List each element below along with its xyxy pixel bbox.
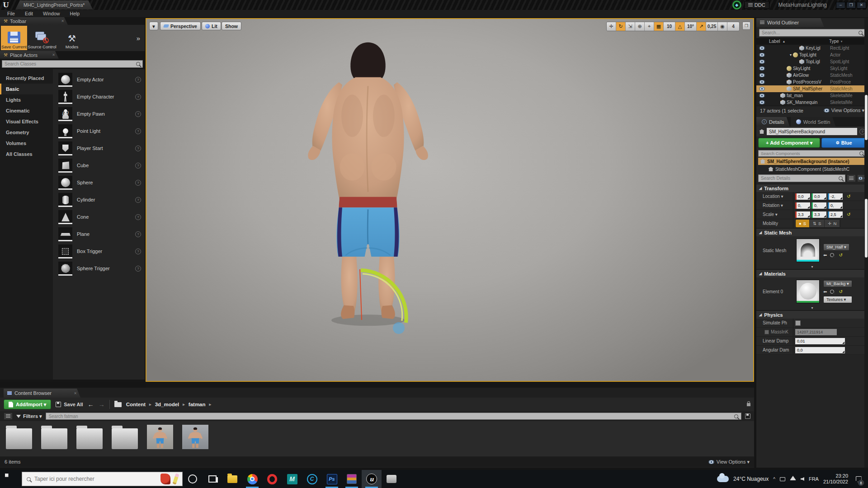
rotate-tool-icon[interactable]: ↻ xyxy=(616,22,626,31)
opera-icon[interactable] xyxy=(262,470,282,488)
materials-section-header[interactable]: ◢ Materials xyxy=(756,269,868,277)
component-instance-row[interactable]: SM_HalfSphereBackground (Instance) xyxy=(758,158,866,165)
physics-section-header[interactable]: ◢ Physics xyxy=(756,310,868,319)
category-lights[interactable]: Lights xyxy=(0,94,53,105)
scrollbar-thumb[interactable] xyxy=(865,95,868,140)
search-details-input[interactable] xyxy=(761,176,839,181)
category-volumes[interactable]: Volumes xyxy=(0,138,53,149)
toolbar-tab[interactable]: ⚒ Toolbar ✕ xyxy=(0,17,68,25)
search-components-input[interactable] xyxy=(761,151,859,156)
visibility-eye-icon[interactable] xyxy=(759,94,765,98)
z-value-field[interactable]: 0, xyxy=(828,202,843,209)
save-search-icon[interactable] xyxy=(745,413,750,419)
mobility-stationary[interactable]: ⇅ S xyxy=(810,220,825,227)
material-asset-dropdown[interactable]: MI_Backg ▾ xyxy=(823,280,852,287)
content-folder-3[interactable] xyxy=(75,425,104,456)
chrome-icon[interactable] xyxy=(242,470,262,488)
content-folder-1[interactable] xyxy=(5,425,33,456)
notification-center-button[interactable]: 8 xyxy=(853,470,864,488)
blueprint-button[interactable]: ⚙ Blue xyxy=(821,138,866,148)
show-flags-button[interactable]: Show xyxy=(222,22,241,30)
section-expander[interactable]: ▾ xyxy=(756,264,868,269)
help-icon[interactable]: ? xyxy=(135,249,141,254)
level-tab[interactable]: MHC_LightingPreset_Portra* xyxy=(15,0,93,9)
visibility-eye-icon[interactable] xyxy=(759,53,765,57)
reset-icon[interactable]: ↺ xyxy=(839,253,842,258)
visibility-eye-icon[interactable] xyxy=(759,66,765,70)
x-value-field[interactable]: 0,0 xyxy=(795,193,810,200)
outliner-search-input[interactable] xyxy=(762,30,857,35)
content-asset-fatman-2[interactable] xyxy=(181,425,210,456)
place-actor-point-light[interactable]: Point Light ? xyxy=(53,122,145,140)
add-import-button[interactable]: Add/Import ▾ xyxy=(4,399,51,409)
help-icon[interactable]: ? xyxy=(135,266,141,272)
place-actor-box-trigger[interactable]: Box Trigger ? xyxy=(53,243,145,260)
help-icon[interactable]: ? xyxy=(135,197,141,203)
modes-button[interactable]: ⚒ Modes xyxy=(57,26,87,50)
mass-override-checkbox[interactable] xyxy=(764,330,769,334)
task-view-icon[interactable] xyxy=(203,470,222,488)
weather-cloud-icon[interactable] xyxy=(717,476,729,482)
content-search-input[interactable] xyxy=(49,414,734,419)
sources-panel-button[interactable] xyxy=(4,413,13,420)
outliner-row-halfsphere[interactable]: SM_HalfSpher StaticMesh xyxy=(756,85,868,92)
onedrive-icon[interactable] xyxy=(780,477,785,481)
angular-damping-field[interactable]: 0,0 xyxy=(795,347,845,353)
place-actor-cube[interactable]: Cube ? xyxy=(53,157,145,174)
place-actor-sphere[interactable]: Sphere ? xyxy=(53,174,145,191)
place-actor-plane[interactable]: Plane ? xyxy=(53,225,145,243)
world-space-icon[interactable]: ⊕ xyxy=(635,22,645,31)
tray-overflow-chevron[interactable]: ^ xyxy=(773,477,775,482)
simulate-physics-checkbox[interactable] xyxy=(795,320,801,326)
help-icon[interactable]: ? xyxy=(135,180,141,186)
menu-file[interactable]: File xyxy=(3,11,19,16)
visibility-eye-icon[interactable] xyxy=(759,87,765,91)
help-icon[interactable]: ? xyxy=(135,128,141,134)
wifi-icon[interactable] xyxy=(790,476,796,480)
x-value-field[interactable]: 3,3 xyxy=(795,211,810,218)
y-value-field[interactable]: 0, xyxy=(811,202,826,209)
section-expander[interactable]: ▾ xyxy=(756,305,868,310)
details-tab[interactable]: i Details xyxy=(756,117,790,127)
source-control-button[interactable]: Source Control xyxy=(27,26,57,50)
scale-snap-value[interactable]: 0,25 xyxy=(706,22,718,31)
help-icon[interactable]: ? xyxy=(135,77,141,83)
forward-button[interactable]: → xyxy=(99,401,105,408)
volume-icon[interactable] xyxy=(801,477,804,481)
z-value-field[interactable]: -2, xyxy=(828,193,843,200)
save-current-button[interactable]: Save Current xyxy=(1,26,27,50)
perspective-button[interactable]: Perspective xyxy=(160,22,201,30)
category-cinematic[interactable]: Cinematic xyxy=(0,105,53,116)
rotation-snap-icon[interactable]: △ xyxy=(675,22,685,31)
mobility-movable[interactable]: ✛ N xyxy=(825,220,840,227)
grid-snap-icon[interactable]: ▦ xyxy=(654,22,664,31)
surface-snap-icon[interactable]: ⌖ xyxy=(645,22,654,31)
back-button[interactable]: ← xyxy=(88,401,94,408)
category-geometry[interactable]: Geometry xyxy=(0,127,53,138)
scale-snap-icon[interactable]: ↗ xyxy=(697,22,706,31)
close-icon[interactable]: ✕ xyxy=(74,391,77,395)
maya-icon[interactable]: M xyxy=(282,470,302,488)
outliner-row-fatman[interactable]: fat_man SkeletalMe xyxy=(756,92,868,99)
outliner-row-postprocess[interactable]: PostProcessV PostProce xyxy=(756,79,868,85)
world-settings-tab[interactable]: World Settin xyxy=(791,117,836,127)
viewport-options-button[interactable]: ▾ xyxy=(149,22,158,30)
reset-to-default-icon[interactable]: ↺ xyxy=(847,194,850,199)
menu-edit[interactable]: Edit xyxy=(20,11,38,16)
y-value-field[interactable]: 3,3 xyxy=(811,211,826,218)
3d-viewport[interactable]: ▾ Perspective Lit Show ✛↻⇲⊕⌖▦10△10°↗0,25… xyxy=(146,18,754,382)
restore-button[interactable]: ❐ xyxy=(846,2,856,9)
search-highlight-pencil[interactable] xyxy=(172,473,179,484)
start-button[interactable] xyxy=(0,470,21,488)
y-value-field[interactable]: 0,0 xyxy=(811,193,826,200)
scrollbar-thumb[interactable] xyxy=(865,199,868,258)
place-actor-player-start[interactable]: Player Start ? xyxy=(53,140,145,157)
save-all-button[interactable]: Save All xyxy=(56,402,83,407)
use-selected-icon[interactable]: ⬅ xyxy=(823,289,827,294)
filters-button[interactable]: Filters ▾ xyxy=(16,413,42,419)
help-icon[interactable]: ? xyxy=(135,94,141,100)
language-indicator[interactable]: FRA xyxy=(809,476,819,482)
content-view-options-button[interactable]: View Options ▾ xyxy=(708,459,750,465)
visibility-eye-icon[interactable] xyxy=(759,80,765,84)
ccleaner-icon[interactable]: C xyxy=(302,470,322,488)
